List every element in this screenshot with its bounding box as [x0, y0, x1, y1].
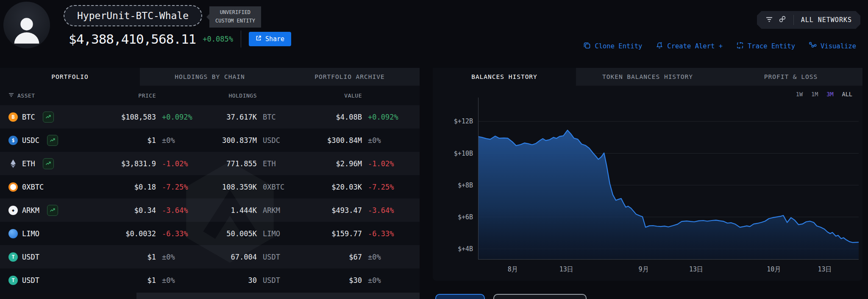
price-change: ±0%: [156, 253, 193, 261]
value-change: ±0%: [362, 253, 407, 261]
visualize-button[interactable]: Visualize: [809, 42, 856, 51]
price-change: -6.33%: [156, 229, 193, 238]
range-1m[interactable]: 1M: [811, 91, 818, 98]
trace-entity-button[interactable]: Trace Entity: [736, 42, 795, 51]
chart-option-button-primary[interactable]: [435, 294, 485, 299]
portfolio-tabs: PORTFOLIO HOLDINGS BY CHAIN PORTFOLIO AR…: [0, 68, 420, 86]
funnel-icon: [765, 16, 773, 24]
action-label: Create Alert +: [667, 42, 723, 50]
tab-token-balances-history[interactable]: TOKEN BALANCES HISTORY: [576, 68, 719, 86]
share-button[interactable]: Share: [249, 32, 291, 46]
asset-symbol: USDT: [22, 276, 39, 285]
value-change: -3.64%: [362, 206, 407, 215]
balance-change: +0.085%: [203, 35, 233, 43]
holdings-amount: 771.855: [193, 159, 257, 168]
column-holdings[interactable]: HOLDINGS: [193, 92, 257, 99]
trace-frame-icon: [736, 42, 744, 51]
all-networks-label: ALL NETWORKS: [801, 16, 852, 24]
asset-row-limo-5[interactable]: LIMO$0.0032-6.33%50.005KLIMO$159.77-6.33…: [0, 222, 420, 245]
balance-row: $4,388,410,568.11 +0.085% Share: [69, 31, 291, 48]
arkham-entity-page: HyperUnit-BTC-Whale UNVERIFIED CUSTOM EN…: [0, 0, 868, 299]
range-1w[interactable]: 1W: [796, 91, 803, 98]
asset-row-btc-0[interactable]: BBTC$108,583+0.092%37.617KBTC$4.08B+0.09…: [0, 105, 420, 129]
price-value: $0.0032: [106, 229, 156, 238]
value-amount: $4.08B: [295, 113, 362, 121]
column-value[interactable]: VALUE: [295, 92, 362, 99]
badge-line-2: CUSTOM ENTITY: [215, 17, 255, 25]
price-value: $3,831.9: [106, 159, 156, 168]
entity-avatar: [3, 2, 50, 48]
value-amount: $2.96M: [295, 159, 362, 168]
arkm-token-icon: ◆: [8, 206, 18, 215]
asset-symbol: BTC: [22, 113, 35, 121]
asset-row-usdc-1[interactable]: $USDC$1±0%300.837MUSDC$300.84M±0%: [0, 129, 420, 152]
all-networks-selector[interactable]: ALL NETWORKS: [757, 11, 860, 29]
holdings-unit: BTC: [257, 113, 295, 121]
entity-name-pill[interactable]: HyperUnit-BTC-Whale: [64, 5, 202, 26]
graph-nodes-icon: [809, 42, 817, 51]
entity-actions: Clone Entity Create Alert + Trace Entity…: [583, 42, 856, 51]
usdc-token-icon: $: [8, 136, 18, 145]
value-change: ±0%: [362, 136, 407, 145]
holdings-amount: 1.444K: [193, 206, 257, 215]
tab-profit-and-loss[interactable]: PROFIT & LOSS: [719, 68, 862, 86]
asset-row-usdt-7[interactable]: TUSDT$1±0%30USDT$30±0%: [0, 268, 420, 292]
tab-balances-history[interactable]: BALANCES HISTORY: [433, 68, 576, 86]
asset-row-eth-2[interactable]: ETH$3,831.9-1.02%771.855ETH$2.96M-1.02%: [0, 152, 420, 175]
bell-plus-icon: [656, 42, 663, 51]
table-header: ASSET PRICE HOLDINGS VALUE: [0, 86, 420, 105]
value-change: +0.092%: [362, 113, 407, 121]
asset-symbol: ARKM: [22, 206, 39, 215]
price-change: -7.25%: [156, 183, 193, 191]
range-3m[interactable]: 3M: [826, 91, 833, 98]
price-change: -1.02%: [156, 159, 193, 168]
y-tick-label: $+4B: [433, 245, 473, 253]
holdings-unit: LIMO: [257, 229, 295, 238]
chart-option-button-secondary[interactable]: [493, 294, 587, 299]
btc-token-icon: B: [8, 112, 18, 122]
column-asset[interactable]: ASSET: [8, 92, 106, 99]
divider: [793, 15, 794, 25]
price-value: $1: [106, 276, 156, 285]
mini-trend-up-icon[interactable]: [47, 205, 58, 216]
tab-holdings-by-chain[interactable]: HOLDINGS BY CHAIN: [140, 68, 280, 86]
mini-trend-up-icon[interactable]: [43, 112, 54, 123]
price-change: ±0%: [156, 136, 193, 145]
price-value: $1: [106, 253, 156, 261]
x-tick-label: 8月: [496, 265, 530, 274]
y-tick-label: $+6B: [433, 213, 473, 221]
column-price[interactable]: PRICE: [106, 92, 156, 99]
chain-link-icon: [779, 15, 786, 25]
asset-cell: BBTC: [8, 112, 106, 123]
holdings-unit: 0XBTC: [257, 183, 295, 191]
filter-icon: [8, 92, 14, 99]
range-all[interactable]: ALL: [842, 91, 852, 98]
asset-row-arkm-4[interactable]: ◆ARKM$0.34-3.64%1.444KARKM$493.47-3.64%: [0, 198, 420, 222]
asset-row-0xbtc-3[interactable]: 0XBTC$0.18-7.25%108.359K0XBTC$20.03K-7.2…: [0, 175, 420, 198]
x-tick-label: 13日: [549, 265, 583, 274]
mini-trend-up-icon[interactable]: [47, 135, 58, 146]
tab-portfolio[interactable]: PORTFOLIO: [0, 68, 140, 86]
holdings-amount: 50.005K: [193, 229, 257, 238]
mini-trend-up-icon[interactable]: [43, 158, 54, 169]
entity-name: HyperUnit-BTC-Whale: [77, 10, 189, 21]
action-label: Trace Entity: [748, 42, 795, 50]
asset-row-usdt-6[interactable]: TUSDT$1±0%67.004USDT$67±0%: [0, 245, 420, 268]
balance-chart-svg: [478, 98, 859, 260]
create-alert-button[interactable]: Create Alert +: [656, 42, 723, 51]
holdings-unit: USDT: [257, 253, 295, 261]
holdings-amount: 108.359K: [193, 183, 257, 191]
0xbtc-token-icon: [8, 182, 18, 192]
y-tick-label: $+12B: [433, 117, 473, 125]
value-amount: $300.84M: [295, 136, 362, 145]
holdings-amount: 37.617K: [193, 113, 257, 121]
holdings-amount: 67.004: [193, 253, 257, 261]
table-scrollbar[interactable]: [0, 293, 420, 299]
holdings-unit: ARKM: [257, 206, 295, 215]
tab-portfolio-archive[interactable]: PORTFOLIO ARCHIVE: [280, 68, 420, 86]
asset-cell: $USDC: [8, 135, 106, 146]
asset-cell: ◆ARKM: [8, 205, 106, 216]
history-tabs: BALANCES HISTORY TOKEN BALANCES HISTORY …: [433, 68, 862, 86]
clone-entity-button[interactable]: Clone Entity: [583, 42, 642, 51]
usdt-token-icon: T: [8, 252, 18, 262]
